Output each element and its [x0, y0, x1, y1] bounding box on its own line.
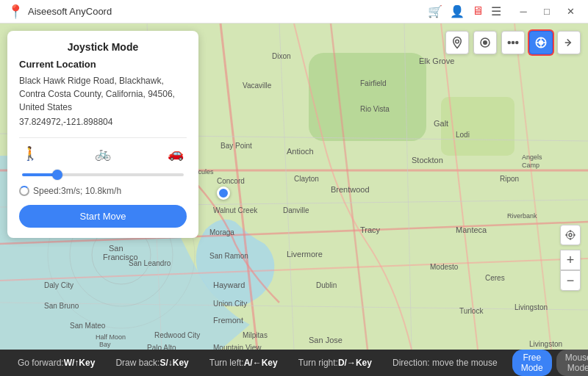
- draw-back-key: S/↓Key: [159, 358, 188, 368]
- svg-text:Fremont: Fremont: [213, 316, 243, 325]
- app-logo: 📍: [7, 4, 24, 20]
- map-location-dot: [217, 187, 230, 200]
- main-area: Santa Rosa Dixon Elk Grove Napa Vacavill…: [0, 24, 588, 376]
- zoom-out-button[interactable]: −: [560, 270, 581, 291]
- maximize-button[interactable]: □: [537, 4, 557, 20]
- speed-slider[interactable]: [22, 173, 184, 176]
- svg-text:Tracy: Tracy: [360, 225, 381, 234]
- svg-text:Moraga: Moraga: [209, 228, 234, 236]
- svg-text:Half Moon: Half Moon: [96, 333, 126, 341]
- svg-text:Angels: Angels: [522, 153, 542, 161]
- mouse-mode-button[interactable]: Mouse Mode: [556, 350, 588, 376]
- window-controls: ─ □ ✕: [513, 4, 581, 20]
- svg-text:Rio Vista: Rio Vista: [360, 105, 390, 113]
- svg-text:San: San: [109, 244, 123, 253]
- panel-title: Joystick Mode: [19, 41, 187, 53]
- svg-text:Brentwood: Brentwood: [331, 185, 370, 194]
- direction-status: Direction: move the mouse: [382, 358, 508, 368]
- svg-text:Elk Grove: Elk Grove: [419, 57, 454, 65]
- svg-text:Hayward: Hayward: [213, 281, 245, 289]
- turn-left-status: Turn left:A/←Key: [199, 358, 288, 368]
- loading-icon: [19, 186, 29, 196]
- svg-text:Lodi: Lodi: [456, 131, 470, 139]
- speed-slider-wrap: [19, 167, 187, 178]
- svg-text:Redwood City: Redwood City: [154, 331, 200, 339]
- turn-right-status: Turn right:D/→Key: [288, 358, 382, 368]
- svg-text:Riverbank: Riverbank: [507, 212, 537, 220]
- cart-icon[interactable]: 🛒: [428, 4, 442, 18]
- svg-text:Milpitas: Milpitas: [243, 331, 268, 339]
- close-button[interactable]: ✕: [560, 4, 581, 20]
- svg-text:Ceres: Ceres: [485, 274, 505, 282]
- export-button[interactable]: [557, 31, 581, 54]
- statusbar: Go forward:W/↑Key Draw back:S/↓Key Turn …: [0, 350, 588, 376]
- go-forward-status: Go forward:W/↑Key: [7, 358, 105, 368]
- svg-text:Livingston: Livingston: [529, 340, 562, 348]
- svg-point-85: [539, 41, 543, 45]
- svg-text:Camp: Camp: [522, 162, 539, 169]
- minimize-button[interactable]: ─: [513, 4, 534, 20]
- svg-text:Livermore: Livermore: [287, 250, 323, 258]
- svg-text:Bay: Bay: [99, 341, 111, 348]
- svg-text:Modesto: Modesto: [430, 263, 459, 271]
- titlebar-extra-icons: 🛒 👤 🖥 ☰: [428, 4, 504, 18]
- turn-right-key: D/→Key: [338, 358, 372, 368]
- svg-text:Concord: Concord: [217, 177, 245, 185]
- svg-text:San Jose: San Jose: [309, 336, 343, 344]
- car-icon[interactable]: 🚗: [168, 145, 184, 162]
- user-icon[interactable]: 👤: [450, 4, 465, 18]
- current-location-label: Current Location: [19, 59, 187, 70]
- svg-text:Vacaville: Vacaville: [243, 82, 272, 90]
- menu-icon[interactable]: ☰: [491, 4, 501, 18]
- location-coords: 37.824972,-121.898804: [19, 117, 187, 127]
- svg-text:Galt: Galt: [434, 119, 448, 128]
- svg-text:Daly City: Daly City: [44, 281, 74, 289]
- multi-route-button[interactable]: [501, 31, 525, 54]
- start-move-button[interactable]: Start Move: [19, 205, 187, 228]
- svg-point-79: [516, 42, 518, 44]
- svg-text:Palo Alto: Palo Alto: [147, 344, 176, 350]
- svg-text:Danville: Danville: [283, 206, 309, 214]
- svg-text:San Ramon: San Ramon: [209, 252, 248, 260]
- title-bar: 📍 Aiseesoft AnyCoord 🛒 👤 🖥 ☰ ─ □ ✕: [0, 0, 588, 24]
- svg-rect-1: [309, 53, 426, 141]
- zoom-controls: + −: [560, 225, 581, 291]
- walk-icon[interactable]: 🚶: [22, 145, 38, 162]
- svg-text:Manteca: Manteca: [456, 225, 487, 234]
- svg-point-74: [456, 40, 459, 43]
- free-mode-button[interactable]: Free Mode: [512, 350, 552, 376]
- svg-text:Livingston: Livingston: [514, 303, 548, 311]
- bike-icon[interactable]: 🚲: [95, 145, 111, 162]
- map-toolbar: [445, 31, 581, 54]
- joystick-mode-button[interactable]: [529, 31, 553, 54]
- svg-text:Mountain View: Mountain View: [213, 344, 262, 350]
- svg-text:Francisco: Francisco: [103, 253, 138, 261]
- zoom-in-button[interactable]: +: [560, 250, 581, 270]
- turn-left-key: A/←Key: [244, 358, 278, 368]
- svg-text:Dixon: Dixon: [272, 52, 291, 60]
- app-title: Aiseesoft AnyCoord: [28, 6, 428, 17]
- svg-text:Bay Point: Bay Point: [220, 142, 252, 150]
- locate-button[interactable]: [560, 225, 581, 245]
- svg-text:Turlock: Turlock: [459, 307, 484, 315]
- transport-icons: 🚶 🚲 🚗: [19, 145, 187, 162]
- pin-mode-button[interactable]: [445, 31, 469, 54]
- svg-point-88: [567, 231, 575, 239]
- svg-text:Walnut Creek: Walnut Creek: [213, 206, 258, 214]
- svg-point-77: [508, 42, 510, 44]
- screen-icon[interactable]: 🖥: [472, 4, 484, 18]
- location-address: Black Hawk Ridge Road, Blackhawk, Contra…: [19, 74, 187, 114]
- svg-text:Antioch: Antioch: [287, 147, 314, 156]
- svg-text:Stockton: Stockton: [412, 156, 443, 164]
- svg-text:San Bruno: San Bruno: [44, 302, 79, 310]
- speed-label: Speed:3m/s; 10.8km/h: [19, 186, 187, 196]
- route-mode-button[interactable]: [473, 31, 497, 54]
- svg-text:Fairfield: Fairfield: [360, 79, 387, 87]
- svg-text:Union City: Union City: [213, 300, 247, 308]
- go-forward-key: W/↑Key: [64, 358, 96, 368]
- svg-text:Clayton: Clayton: [294, 175, 319, 183]
- map-area[interactable]: Santa Rosa Dixon Elk Grove Napa Vacavill…: [0, 24, 588, 350]
- draw-back-status: Draw back:S/↓Key: [105, 358, 198, 368]
- panel-divider: [19, 137, 187, 138]
- svg-point-78: [512, 42, 514, 44]
